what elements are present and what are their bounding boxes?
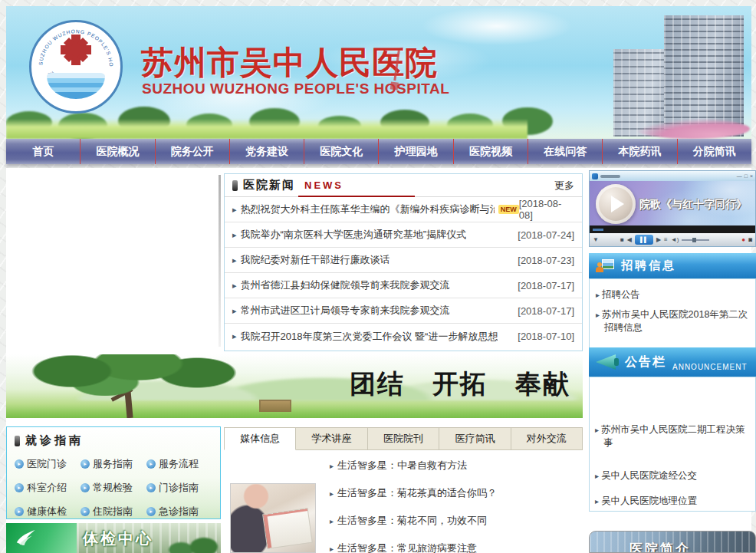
news-item-title[interactable]: 我院纪委对新任干部进行廉政谈话 xyxy=(241,253,390,267)
announcement-item[interactable]: ▸吴中人民医院地理位置 xyxy=(595,495,750,508)
recruit-item[interactable]: ▸招聘公告 xyxy=(596,288,749,301)
news-row[interactable]: ▸ 我院召开2018年度第三次党委工作会议 暨“进一步解放思想 [2018-07… xyxy=(225,324,582,349)
play-icon xyxy=(611,196,624,212)
guide-item-health-checkup[interactable]: ▸健康体检 xyxy=(15,505,81,518)
playlist-dropdown-icon[interactable]: ▼ xyxy=(593,237,599,243)
volume-slider[interactable] xyxy=(682,239,709,241)
news-more-link[interactable]: 更多 xyxy=(554,179,574,193)
nav-item-video[interactable]: 医院视频 xyxy=(454,139,528,164)
player-logo-icon xyxy=(592,173,598,179)
banner-tree xyxy=(25,354,255,418)
next-icon[interactable]: ▶ xyxy=(656,237,661,243)
news-panel-title: 医院新闻 xyxy=(243,178,295,193)
circle-arrow-icon: ▸ xyxy=(146,483,156,492)
media-tabs: 媒体信息 学术讲座 医院院刊 医疗简讯 对外交流 xyxy=(224,427,583,450)
pause-button[interactable]: ▌▌ xyxy=(635,235,653,245)
bullet-icon: ▸ xyxy=(232,281,237,291)
seek-label xyxy=(593,229,603,231)
checkup-logo-panel xyxy=(6,523,77,553)
bullet-icon: ▸ xyxy=(595,472,599,480)
bird-logo-icon xyxy=(14,526,37,549)
media-player: — □ × 院歌《与红十字同行》 ▼ ■ ◀ ▌▌ ▶ ≡ ◄) ● ◙ xyxy=(589,170,756,247)
nav-item-home[interactable]: 首页 xyxy=(6,139,81,164)
media-item[interactable]: ▸生活智多星：中暑自救有方法 xyxy=(330,459,467,472)
news-row[interactable]: ▸ 我院举办“南京医科大学医患沟通研究基地”揭牌仪式 [2018-07-24] xyxy=(225,222,582,248)
playlist-icon[interactable]: ≡ xyxy=(664,237,668,243)
tab-exchange[interactable]: 对外交流 xyxy=(511,427,583,450)
nav-item-pharmacy[interactable]: 本院药讯 xyxy=(603,139,677,164)
media-item[interactable]: ▸生活智多星：菊花茶真的适合你吗？ xyxy=(330,486,497,500)
hospital-intro-label: 医院简介 xyxy=(629,540,691,553)
news-item-title[interactable]: 贵州省德江县妇幼保健院领导前来我院参观交流 xyxy=(241,278,450,292)
bullet-icon: ▸ xyxy=(330,489,334,498)
circle-arrow-icon: ▸ xyxy=(15,483,24,492)
new-badge: NEW xyxy=(498,205,519,214)
news-item-title[interactable]: 常州市武进区卫计局领导专家前来我院参观交流 xyxy=(241,304,450,318)
media-body: ▸生活智多星：中暑自救有方法 ▸生活智多星：菊花茶真的适合你吗？ ▸生活智多星：… xyxy=(224,450,583,553)
news-item-title[interactable]: 我院召开2018年度第三次党委工作会议 暨“进一步解放思想 xyxy=(241,330,498,344)
guide-item-emergency-guide[interactable]: ▸急诊指南 xyxy=(146,505,212,518)
minimize-icon[interactable]: — xyxy=(737,173,742,179)
news-row[interactable]: ▸ 热烈祝贺大外科主任陈革华主编的《新编外科疾病诊断与治 NEW [2018-0… xyxy=(225,197,582,222)
news-row[interactable]: ▸ 常州市武进区卫计局领导专家前来我院参观交流 [2018-07-17] xyxy=(225,298,582,324)
news-row[interactable]: ▸ 我院纪委对新任干部进行廉政谈话 [2018-07-23] xyxy=(225,248,582,273)
announcement-item[interactable]: ▸吴中人民医院途经公交 xyxy=(595,469,750,482)
circle-arrow-icon: ▸ xyxy=(81,507,90,516)
bullet-icon: ▸ xyxy=(330,517,334,525)
tab-lectures[interactable]: 学术讲座 xyxy=(296,427,367,450)
recruit-item[interactable]: ▸苏州市吴中人民医院2018年第二次招聘信息 xyxy=(596,308,749,334)
nav-item-qa[interactable]: 在线问答 xyxy=(528,139,603,164)
tab-media-info[interactable]: 媒体信息 xyxy=(224,427,296,450)
stop-icon[interactable]: ■ xyxy=(620,237,624,243)
volume-icon[interactable]: ◄) xyxy=(671,237,679,243)
media-item[interactable]: ▸生活智多星：常见旅游病要注意 xyxy=(330,541,477,553)
guide-item-routine-tests[interactable]: ▸常规检验 xyxy=(81,481,146,495)
announcement-item[interactable]: ▸苏州市吴中人民医院二期工程决策事 xyxy=(595,423,750,449)
record-icon[interactable]: ● xyxy=(741,237,745,243)
seek-bar[interactable] xyxy=(590,225,755,233)
hospital-intro-banner[interactable]: 医院简介 xyxy=(589,531,756,553)
play-button[interactable] xyxy=(596,184,636,224)
guide-item-departments[interactable]: ▸科室介绍 xyxy=(15,481,81,495)
checkup-center-banner[interactable]: 体检中心 xyxy=(6,523,221,553)
news-row[interactable]: ▸ 贵州省德江县妇幼保健院领导前来我院参观交流 [2018-07-17] xyxy=(225,273,582,298)
news-panel: 医院新闻 NEWS 更多 ▸ 热烈祝贺大外科主任陈革华主编的《新编外科疾病诊断与… xyxy=(224,173,583,351)
previous-icon[interactable]: ◀ xyxy=(627,237,632,243)
guide-item-service-flow[interactable]: ▸服务流程 xyxy=(146,457,212,471)
tab-journal[interactable]: 医院院刊 xyxy=(368,427,439,450)
nav-item-nursing[interactable]: 护理园地 xyxy=(379,139,453,164)
bullet-icon: ▸ xyxy=(595,426,599,434)
guide-item-inpatient-guide[interactable]: ▸住院指南 xyxy=(81,505,146,518)
circle-arrow-icon: ▸ xyxy=(81,483,90,492)
announcement-header: 公告栏 ANNOUNCEMENT xyxy=(589,347,756,377)
guide-item-outpatient[interactable]: ▸医院门诊 xyxy=(15,457,81,471)
news-item-title[interactable]: 我院举办“南京医科大学医患沟通研究基地”揭牌仪式 xyxy=(241,228,467,242)
checkup-center-label: 体检中心 xyxy=(83,528,153,549)
news-item-title[interactable]: 热烈祝贺大外科主任陈革华主编的《新编外科疾病诊断与治 xyxy=(241,202,495,216)
maximize-icon[interactable]: □ xyxy=(744,173,748,179)
tab-medical-brief[interactable]: 医疗简讯 xyxy=(439,427,511,450)
nav-item-party[interactable]: 党务建设 xyxy=(230,139,304,164)
recruit-title: 招聘信息 xyxy=(621,258,676,273)
close-icon[interactable]: × xyxy=(750,173,753,179)
nav-item-branch[interactable]: 分院简讯 xyxy=(678,139,751,164)
slogan-text: 团结 开拓 奉献 xyxy=(350,367,570,402)
capture-icon[interactable]: ◙ xyxy=(748,237,752,243)
checkup-trees xyxy=(190,538,218,553)
player-controls: ▼ ■ ◀ ▌▌ ▶ ≡ ◄) ● ◙ xyxy=(590,233,755,246)
announcement-title: 公告栏 xyxy=(625,354,666,370)
news-panel-subtitle: NEWS xyxy=(304,179,343,191)
bullet-icon: ▸ xyxy=(232,255,237,265)
news-item-date: [2018-07-10] xyxy=(518,331,574,342)
visit-guide-panel: 就诊指南 ▸医院门诊 ▸服务指南 ▸服务流程 ▸科室介绍 ▸常规检验 ▸门诊指南… xyxy=(6,426,221,519)
bullet-icon: ▸ xyxy=(330,545,334,553)
guide-item-service-guide[interactable]: ▸服务指南 xyxy=(81,457,146,471)
guide-item-outpatient-guide[interactable]: ▸门诊指南 xyxy=(146,481,212,495)
circle-arrow-icon: ▸ xyxy=(15,459,24,469)
media-item[interactable]: ▸生活智多星：菊花不同，功效不同 xyxy=(330,514,487,528)
nav-item-overview[interactable]: 医院概况 xyxy=(81,139,155,164)
nav-item-public[interactable]: 院务公开 xyxy=(156,139,230,164)
nav-item-culture[interactable]: 医院文化 xyxy=(304,139,379,164)
bullet-icon: ▸ xyxy=(232,306,237,316)
red-cross-icon xyxy=(61,35,91,65)
